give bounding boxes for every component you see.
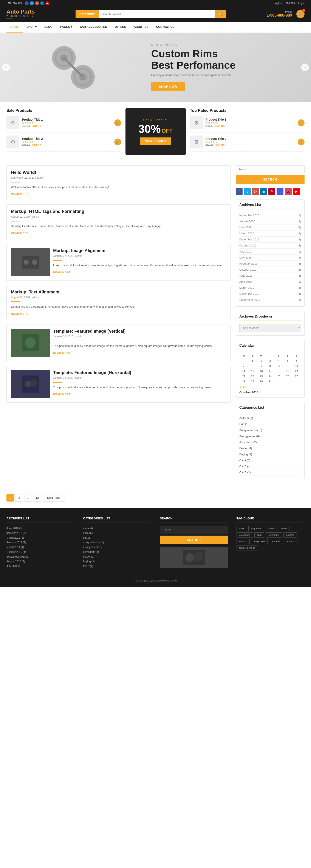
footer-archive-item[interactable]: March 2012 (5) [6,535,74,540]
add-to-cart-button-2[interactable]: 🛒 [114,138,121,146]
hero-next-button[interactable]: › [301,64,309,71]
social-facebook-button[interactable]: f [236,188,243,195]
category-list-item[interactable]: Cat A (3) [239,457,301,463]
tag-button[interactable]: aside [266,526,277,531]
calendar-day-cell[interactable]: 15 [248,369,257,374]
archive-list-item[interactable]: June 2018(4) [239,273,301,279]
footer-search-input[interactable] [160,526,228,534]
category-list-item[interactable]: Cat B (4) [239,463,301,469]
calendar-day-cell[interactable]: 23 [257,374,266,379]
youtube-icon[interactable]: ▶ [45,1,49,5]
footer-category-item[interactable]: buying (3) [83,559,151,564]
tag-button[interactable]: categories [237,532,253,537]
twitter-icon[interactable]: t [30,1,34,5]
sidebar-search-button[interactable]: SEARCH [236,175,305,184]
calendar-day-cell[interactable]: 16 [257,369,266,374]
calendar-day-cell[interactable]: 10 [266,364,275,369]
footer-search-button[interactable]: SEARCH [160,535,228,544]
add-to-cart-button-top-1[interactable]: 🛒 [298,119,305,126]
language-selector[interactable]: English [274,2,282,5]
login-link[interactable]: Login [298,2,305,5]
social-youtube-button[interactable]: ▶ [293,188,300,195]
calendar-day-cell[interactable]: 12 [283,364,292,369]
calendar-day-cell[interactable]: 26 [283,374,292,379]
archive-list-item[interactable]: October 2019(4) [239,243,301,249]
view-details-button[interactable]: VIEW DETAILS [140,137,171,145]
social-twitter-button[interactable]: t [244,188,251,195]
tag-button[interactable]: alignment [248,526,264,531]
calendar-day-cell[interactable]: 13 [292,364,301,369]
archive-list-item[interactable]: March 2019(3) [239,285,301,291]
footer-archive-item[interactable]: September 2010 (2) [6,554,74,559]
tag-button[interactable]: edge case [251,539,268,544]
page-button-1[interactable]: 1 [6,494,14,501]
calendar-day-cell[interactable]: 5 [283,358,292,364]
category-button[interactable]: CATEGORY [75,10,99,18]
tag-button[interactable]: 8BIT [237,526,247,531]
calendar-day-cell[interactable]: 8 [248,364,257,369]
page-button-2[interactable]: 2 [15,494,23,501]
category-list-item[interactable]: Arrangement (6) [239,433,301,439]
search-input[interactable] [99,10,215,18]
footer-category-item[interactable]: sub (1) [83,535,151,540]
calendar-day-cell[interactable]: 2 [257,358,266,364]
archives-select[interactable]: Select Month [239,324,301,332]
nav-item-car-accessories[interactable]: CAR ACCESSORIES [76,22,111,33]
category-list-item[interactable]: Cat C (2) [239,469,301,475]
calendar-day-cell[interactable]: 20 [292,369,301,374]
footer-category-item[interactable]: arrangement (1) [83,545,151,550]
footer-archive-item[interactable]: January 2012 (9) [6,540,74,545]
calendar-day-cell[interactable]: 7 [239,364,248,369]
footer-archive-item[interactable]: January 2013 (5) [6,531,74,535]
archive-list-item[interactable]: December 2019(2) [239,237,301,243]
archive-list-item[interactable]: April 2019(1) [239,279,301,285]
social-tumblr-button[interactable]: t [277,188,283,195]
footer-category-item[interactable]: aciform (1) [83,531,151,535]
footer-archive-item[interactable]: July 2010 (1) [6,564,74,568]
facebook-icon[interactable]: f [25,1,29,5]
footer-category-item[interactable]: border (2) [83,554,151,559]
nav-item-offers[interactable]: OFFERS [111,22,130,33]
social-instagram-button[interactable]: 📷 [285,188,291,195]
footer-archive-item[interactable]: March 2011 (1) [6,545,74,550]
social-google-button[interactable]: G+ [252,188,259,195]
category-list-item[interactable]: Broder (4) [239,445,301,451]
search-submit-button[interactable]: 🔍 [215,10,226,18]
category-list-item[interactable]: Buying (1) [239,451,301,457]
post-2-read-more[interactable]: READ MORE [11,232,29,235]
category-list-item[interactable]: Aciform (1) [239,415,301,421]
category-list-item[interactable]: Asmodeus (2) [239,439,301,445]
post-6-read-more[interactable]: READ MORE [53,393,71,396]
nav-item-shop[interactable]: SHOP ▾ [23,22,40,33]
calendar-day-cell[interactable]: 27 [292,374,301,379]
social-linkedin-button[interactable]: in [260,188,267,195]
archive-list-item[interactable]: October 2019(2) [239,267,301,273]
category-list-item[interactable]: Sub (1) [239,421,301,427]
calendar-day-cell[interactable]: 25 [274,374,283,379]
archive-list-item[interactable]: December 2018(4) [239,291,301,297]
calendar-day-cell[interactable]: 3 [266,358,275,364]
archive-list-item[interactable]: May 2019(3) [239,255,301,261]
archive-list-item[interactable]: March 2020(6) [239,230,301,237]
tag-button[interactable]: chat [254,532,265,537]
calendar-day-cell[interactable]: 9 [257,364,266,369]
archive-list-item[interactable]: November 2020(2) [239,212,301,218]
tag-button[interactable]: featured image [237,545,258,551]
archive-list-item[interactable]: May 2020(5) [239,224,301,230]
calendar-day-cell[interactable]: 17 [266,369,275,374]
tag-button[interactable]: comments [266,532,282,537]
nav-item-about-us[interactable]: ABOUT US [130,22,152,33]
post-4-read-more[interactable]: READ MORE [11,312,29,315]
archive-list-item[interactable]: August 2020(3) [239,218,301,224]
category-list-item[interactable]: Antiquarianism (5) [239,427,301,433]
calendar-day-cell[interactable]: 6 [292,358,301,364]
calendar-day-cell[interactable]: 29 [248,379,257,384]
google-plus-icon[interactable]: g [35,1,39,5]
social-pinterest-button[interactable]: P [268,188,275,195]
archive-list-item[interactable]: February 2019(4) [239,261,301,267]
shop-now-button[interactable]: SHOP NOW [151,82,185,91]
calendar-day-cell[interactable]: 18 [274,369,283,374]
tag-button[interactable]: excerpt [284,539,298,544]
footer-category-item[interactable]: Cat A (1) [83,564,151,568]
calendar-day-cell[interactable]: 14 [239,369,248,374]
